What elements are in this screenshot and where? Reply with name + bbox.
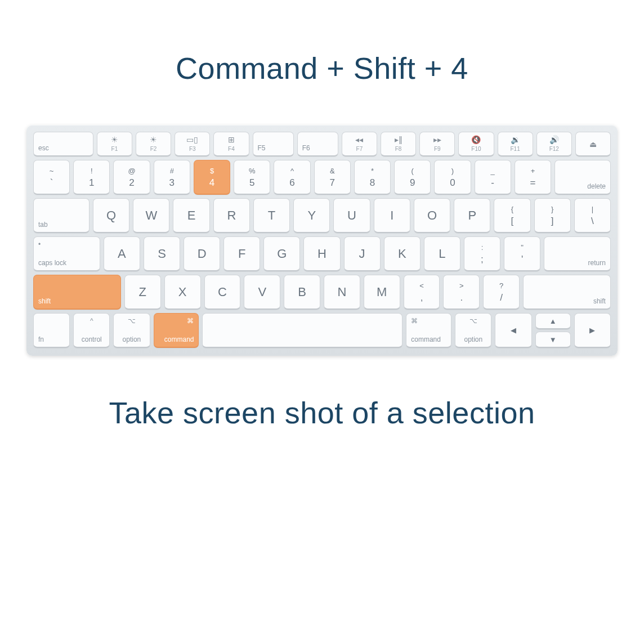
key-w[interactable]: W bbox=[133, 198, 169, 233]
key-c[interactable]: C bbox=[204, 275, 241, 310]
key-m[interactable]: M bbox=[364, 275, 400, 310]
key-s[interactable]: S bbox=[144, 236, 180, 271]
key-shift[interactable]: shift bbox=[33, 275, 121, 310]
keyboard: esc☀F1☀F2▭▯F3⊞F4F5F6◂◂F7▸‖F8▸▸F9🔇F10🔉F11… bbox=[26, 125, 618, 356]
key-f12[interactable]: 🔊F12 bbox=[536, 132, 572, 156]
key-f4[interactable]: ⊞F4 bbox=[213, 132, 249, 156]
key-i[interactable]: I bbox=[374, 198, 410, 233]
key-f10[interactable]: 🔇F10 bbox=[458, 132, 494, 156]
key-y[interactable]: Y bbox=[293, 198, 330, 233]
key-[interactable]: {[ bbox=[494, 198, 530, 233]
key-r[interactable]: R bbox=[213, 198, 250, 233]
key-tab[interactable]: tab bbox=[33, 198, 90, 233]
shortcut-description: Take screen shot of a selection bbox=[109, 395, 535, 430]
key-[interactable]: :; bbox=[464, 236, 500, 271]
key-b[interactable]: B bbox=[284, 275, 320, 310]
key-7[interactable]: &7 bbox=[314, 160, 351, 195]
key-d[interactable]: D bbox=[184, 236, 220, 271]
key-f2[interactable]: ☀F2 bbox=[136, 132, 171, 156]
key-f[interactable]: F bbox=[223, 236, 260, 271]
key-[interactable]: += bbox=[515, 160, 551, 195]
key-control[interactable]: ^control bbox=[73, 313, 110, 348]
key-3[interactable]: #3 bbox=[154, 160, 190, 195]
key-v[interactable]: V bbox=[244, 275, 280, 310]
key-8[interactable]: *8 bbox=[354, 160, 391, 195]
key-[interactable]: >. bbox=[443, 275, 480, 310]
key-p[interactable]: P bbox=[454, 198, 490, 233]
key-x[interactable]: X bbox=[164, 275, 201, 310]
row-shift: shiftZXCVBNM<,>.?/shift bbox=[33, 275, 611, 310]
key-6[interactable]: ^6 bbox=[274, 160, 310, 195]
key-g[interactable]: G bbox=[263, 236, 300, 271]
row-numbers: ~`!1@2#3$4%5^6&7*8(9)0_-+=delete bbox=[33, 160, 611, 195]
key-▲[interactable]: ▲ bbox=[535, 313, 571, 329]
row-mod: fn^control⌥option⌘command⌘command⌥option… bbox=[33, 313, 611, 348]
key-[interactable]: }] bbox=[534, 198, 571, 233]
key-4[interactable]: $4 bbox=[194, 160, 230, 195]
key-n[interactable]: N bbox=[324, 275, 360, 310]
key-f8[interactable]: ▸‖F8 bbox=[381, 132, 416, 156]
key-[interactable]: _- bbox=[475, 160, 511, 195]
key-command[interactable]: ⌘command bbox=[406, 313, 451, 348]
key-option[interactable]: ⌥option bbox=[455, 313, 491, 348]
key-[interactable]: <, bbox=[404, 275, 440, 310]
key-2[interactable]: @2 bbox=[113, 160, 150, 195]
key-fn[interactable]: fn bbox=[33, 313, 70, 348]
key-▶[interactable]: ▶ bbox=[574, 313, 611, 348]
key-5[interactable]: %5 bbox=[234, 160, 270, 195]
arrow-updown-group: ▲▼ bbox=[535, 313, 571, 348]
key-9[interactable]: (9 bbox=[394, 160, 431, 195]
key-k[interactable]: K bbox=[384, 236, 421, 271]
key-esc[interactable]: esc bbox=[33, 132, 93, 156]
key-j[interactable]: J bbox=[344, 236, 381, 271]
key-command[interactable]: ⌘command bbox=[154, 313, 199, 348]
key-h[interactable]: H bbox=[303, 236, 340, 271]
key-option[interactable]: ⌥option bbox=[113, 313, 150, 348]
key-[interactable]: ?/ bbox=[483, 275, 520, 310]
key-1[interactable]: !1 bbox=[73, 160, 110, 195]
key-f7[interactable]: ◂◂F7 bbox=[342, 132, 377, 156]
key-o[interactable]: O bbox=[414, 198, 450, 233]
key-▼[interactable]: ▼ bbox=[535, 332, 571, 348]
key-f3[interactable]: ▭▯F3 bbox=[175, 132, 210, 156]
row-home: •caps lockASDFGHJKL:;"'return bbox=[33, 236, 611, 271]
key-f11[interactable]: 🔉F11 bbox=[498, 132, 533, 156]
key-shift[interactable]: shift bbox=[523, 275, 611, 310]
key-delete[interactable]: delete bbox=[554, 160, 611, 195]
key-f1[interactable]: ☀F1 bbox=[97, 132, 132, 156]
key-e[interactable]: E bbox=[173, 198, 209, 233]
key-t[interactable]: T bbox=[253, 198, 290, 233]
key-z[interactable]: Z bbox=[124, 275, 161, 310]
key-f6[interactable]: F6 bbox=[297, 132, 338, 156]
key-fn-special[interactable]: ⏏ bbox=[575, 132, 611, 156]
key-0[interactable]: )0 bbox=[434, 160, 471, 195]
row-qwerty: tabQWERTYUIOP{[}]|\ bbox=[33, 198, 611, 233]
key-[interactable]: |\ bbox=[574, 198, 611, 233]
key-space[interactable] bbox=[202, 313, 402, 348]
key-return[interactable]: return bbox=[544, 236, 611, 271]
row-fn: esc☀F1☀F2▭▯F3⊞F4F5F6◂◂F7▸‖F8▸▸F9🔇F10🔉F11… bbox=[33, 132, 611, 156]
key-[interactable]: ~` bbox=[33, 160, 70, 195]
key-caps-lock[interactable]: •caps lock bbox=[33, 236, 100, 271]
key-q[interactable]: Q bbox=[93, 198, 129, 233]
key-u[interactable]: U bbox=[333, 198, 370, 233]
shortcut-title: Command + Shift + 4 bbox=[176, 51, 468, 86]
key-f5[interactable]: F5 bbox=[253, 132, 294, 156]
key-l[interactable]: L bbox=[424, 236, 460, 271]
key-a[interactable]: A bbox=[104, 236, 140, 271]
key-[interactable]: "' bbox=[504, 236, 540, 271]
key-f9[interactable]: ▸▸F9 bbox=[419, 132, 455, 156]
key-◀[interactable]: ◀ bbox=[495, 313, 531, 348]
